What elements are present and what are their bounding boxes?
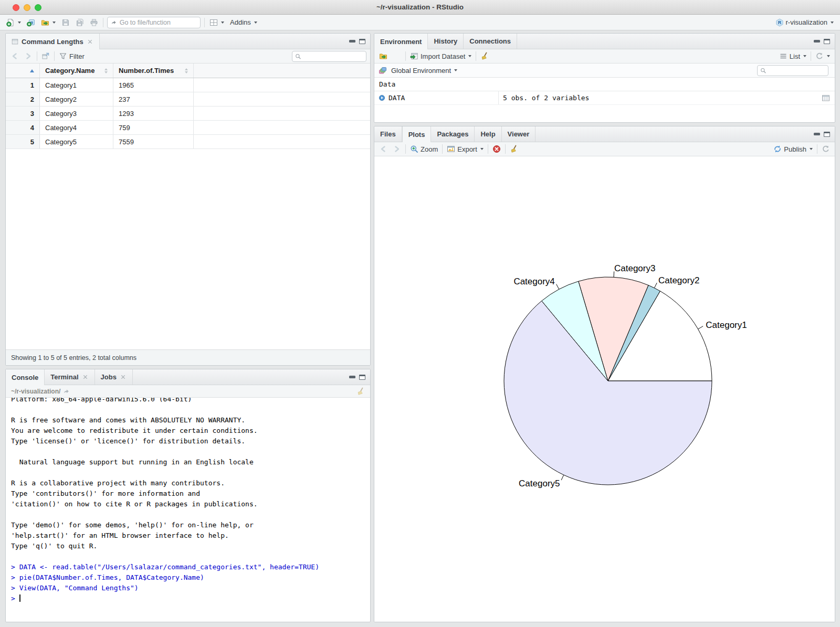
row-index-header[interactable]: [6, 63, 40, 78]
environment-search-input[interactable]: [768, 67, 825, 74]
minimize-pane-icon[interactable]: [814, 40, 820, 42]
import-dataset-button[interactable]: Import Dataset: [409, 51, 472, 61]
addins-button[interactable]: Addins: [229, 17, 258, 27]
print-button[interactable]: [89, 17, 99, 28]
save-workspace-button[interactable]: [392, 51, 402, 61]
console-output-line: Natural language support but running in …: [11, 457, 365, 467]
maximize-pane-icon[interactable]: [824, 132, 830, 137]
console-output-line: Platform: x86_64-apple-darwin15.6.0 (64-…: [11, 398, 365, 405]
previous-plot-button[interactable]: [378, 144, 388, 154]
pie-chart: Category1Category2Category3Category4Cate…: [374, 156, 835, 622]
forward-arrow-icon: [24, 52, 33, 60]
table-row: 4Category4759: [6, 121, 370, 135]
broom-icon: [510, 145, 518, 153]
tab-help[interactable]: Help: [475, 126, 501, 142]
clear-console-icon[interactable]: [356, 387, 365, 396]
console-tab-label: Terminal: [50, 373, 78, 381]
goto-file-input[interactable]: [120, 19, 197, 26]
forward-button[interactable]: [23, 51, 34, 61]
clear-environment-button[interactable]: [479, 51, 490, 61]
tab-console[interactable]: Console: [6, 369, 45, 385]
table-row: 3Category31293: [6, 107, 370, 121]
environment-search-box: [757, 65, 828, 76]
console-prompt-line[interactable]: >: [11, 593, 365, 604]
console-output[interactable]: Platform: x86_64-apple-darwin15.6.0 (64-…: [6, 398, 370, 622]
clear-all-plots-button[interactable]: [509, 144, 519, 154]
next-plot-button[interactable]: [392, 144, 402, 154]
text-cursor: [19, 594, 20, 602]
new-project-button[interactable]: R: [26, 17, 36, 28]
save-all-button[interactable]: [75, 17, 85, 28]
tab-viewer[interactable]: Viewer: [502, 126, 536, 142]
minimize-window-button[interactable]: [24, 4, 30, 11]
table-status-text: Showing 1 to 5 of 5 entries, 2 total col…: [11, 354, 136, 362]
zoom-plot-button[interactable]: Zoom: [409, 144, 439, 154]
entry-value-label: 5 obs. of 2 variables: [499, 94, 822, 102]
tab-files[interactable]: Files: [374, 126, 402, 142]
console-tabbar: ConsoleTerminalJobs: [6, 369, 370, 385]
tab-history[interactable]: History: [428, 34, 464, 49]
toolbar-separator: [476, 51, 476, 61]
tab-plots[interactable]: Plots: [402, 126, 432, 142]
filter-button[interactable]: Filter: [58, 51, 86, 61]
export-plot-button[interactable]: Export: [446, 144, 485, 154]
tab-command-lengths[interactable]: Command Lengths: [6, 34, 100, 49]
viewer-tab-label: Command Lengths: [22, 38, 83, 46]
scope-label: Global Environment: [391, 67, 451, 75]
viewer-toolbar: Filter: [6, 49, 370, 63]
close-window-button[interactable]: [13, 4, 19, 11]
list-icon: [779, 52, 788, 60]
row-index-cell: 1: [6, 78, 40, 92]
expand-play-icon[interactable]: [379, 94, 385, 101]
search-icon: [760, 67, 766, 74]
project-menu-button[interactable]: R r-visualization: [774, 17, 835, 28]
toolbar-separator: [505, 144, 506, 154]
close-icon[interactable]: [120, 374, 127, 380]
tab-environment[interactable]: Environment: [374, 34, 428, 49]
console-output-line: [11, 447, 365, 457]
viewer-search-box: [292, 51, 366, 62]
environment-entry-row[interactable]: DATA5 obs. of 2 variables: [374, 91, 835, 105]
save-button[interactable]: [60, 17, 71, 28]
tab-jobs[interactable]: Jobs: [95, 369, 133, 385]
minimize-pane-icon[interactable]: [349, 40, 355, 42]
pie-label-category3: Category3: [614, 263, 655, 273]
column-header-category-name[interactable]: Category.Name: [40, 63, 113, 78]
section-label: Data: [379, 80, 395, 88]
maximize-pane-icon[interactable]: [824, 39, 830, 44]
console-output-line: [11, 405, 365, 415]
open-file-button[interactable]: [40, 17, 57, 28]
tab-connections[interactable]: Connections: [464, 34, 517, 49]
minimize-pane-icon[interactable]: [349, 376, 355, 378]
view-data-grid-icon[interactable]: [822, 94, 830, 102]
fullscreen-window-button[interactable]: [35, 4, 41, 11]
tab-packages[interactable]: Packages: [431, 126, 475, 142]
back-button[interactable]: [9, 51, 20, 61]
publish-button[interactable]: Publish: [772, 144, 814, 154]
go-to-directory-icon[interactable]: [63, 388, 70, 395]
working-directory-label: ~/r-visualization/: [11, 388, 60, 395]
refresh-plot-button[interactable]: [821, 144, 831, 154]
maximize-pane-icon[interactable]: [359, 375, 365, 380]
viewer-search-input[interactable]: [303, 52, 363, 60]
tab-terminal[interactable]: Terminal: [45, 369, 94, 385]
table-row: 2Category2237: [6, 92, 370, 107]
load-workspace-button[interactable]: [378, 51, 388, 61]
toolbar-separator: [817, 144, 817, 154]
new-file-button[interactable]: [5, 17, 22, 28]
console-output-line: [11, 509, 365, 520]
close-icon[interactable]: [87, 38, 93, 45]
table-header-row: Category.Name Number.of.Times: [6, 63, 370, 78]
close-icon[interactable]: [82, 374, 89, 380]
save-icon: [61, 18, 70, 27]
open-in-new-window-button[interactable]: [40, 51, 51, 61]
column-header-number-of-times[interactable]: Number.of.Times: [113, 63, 194, 78]
list-view-button[interactable]: List: [778, 51, 807, 61]
chevron-down-icon: [454, 69, 457, 71]
minimize-pane-icon[interactable]: [814, 133, 820, 135]
maximize-pane-icon[interactable]: [359, 39, 365, 44]
environment-scope-button[interactable]: Global Environment: [390, 66, 458, 76]
remove-plot-button[interactable]: [491, 144, 502, 154]
refresh-environment-button[interactable]: [814, 51, 831, 61]
pane-layout-button[interactable]: [208, 17, 225, 28]
